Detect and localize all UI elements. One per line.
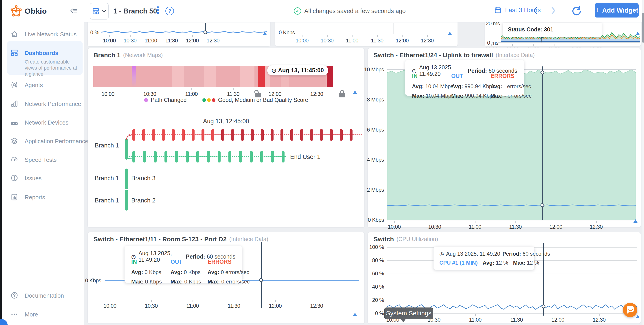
heatmap-segment[interactable] [93, 66, 132, 87]
hop-marker [212, 129, 214, 141]
resize-handle-icon[interactable] [636, 315, 640, 318]
router-icon [10, 118, 18, 126]
x-axis [296, 34, 454, 34]
sidebar-item-network-performance[interactable]: Network Performance [2, 98, 84, 110]
axis-tick-label: 10:30 [321, 38, 334, 44]
resize-handle-icon[interactable] [448, 32, 452, 35]
resize-handle-icon[interactable] [263, 32, 267, 35]
sidebar-item-issues[interactable]: Issues [2, 172, 84, 185]
axis-tick-label: 10:30 [145, 303, 158, 309]
axis-tick-label: 40 % [372, 284, 384, 290]
sidebar-item-label: Issues [25, 175, 42, 182]
heatmap-segment[interactable] [240, 66, 254, 87]
axis-tick-mark [394, 221, 395, 223]
top-header: 1 - Branch 50 ? ✓ All changes saved a fe… [84, 0, 642, 22]
hop-marker [228, 151, 231, 162]
heatmap-segment[interactable] [204, 66, 216, 87]
refresh-icon[interactable] [570, 6, 582, 17]
sidebar-item-reports[interactable]: Reports [2, 191, 84, 204]
axis-tick-label: 10:00 [104, 303, 116, 309]
sidebar-item-label: Live Network Status [25, 31, 76, 38]
hop-chain-bad[interactable] [132, 129, 352, 141]
y-axis-label: 0 % [88, 30, 99, 36]
range-forward-icon[interactable] [550, 6, 556, 15]
axis-tick-label: 10:00 [296, 38, 308, 44]
heatmap-segment[interactable] [184, 66, 204, 87]
axis-tick-label: 11:00 [346, 38, 358, 44]
brand-name[interactable]: Obkio [25, 7, 47, 16]
axis-tick-label: 80 % [372, 257, 384, 264]
heatmap-segment[interactable] [172, 66, 184, 87]
sidebar-item-dashboards[interactable]: Dashboards [2, 47, 84, 60]
sidebar-item-agents[interactable]: Agents [2, 79, 84, 92]
axis-tick-label: 11:30 [228, 303, 240, 309]
collapse-sidebar-icon[interactable] [70, 8, 78, 14]
range-back-icon[interactable] [532, 6, 538, 15]
dashboard-help-icon[interactable]: ? [166, 7, 174, 15]
x-axis [99, 34, 266, 34]
mini-percent-chart[interactable] [101, 30, 267, 34]
agent-node[interactable] [125, 190, 128, 210]
sidebar-item-network-devices[interactable]: Network Devices [2, 116, 84, 129]
heatmap-segment[interactable] [132, 66, 136, 87]
agent-node[interactable] [125, 168, 128, 189]
axis-tick-label: 11:00 [469, 317, 482, 323]
widget-card-network-map: Branch 1 (Network Maps) 10:0010:3011:001… [88, 48, 365, 228]
axis-tick-mark [434, 314, 434, 316]
hop-chain-good[interactable] [132, 151, 284, 162]
axis-tick-mark [108, 88, 108, 90]
sidebar-item-speed-tests[interactable]: Speed Tests [2, 154, 84, 166]
sidebar-item-more[interactable]: More [2, 308, 84, 321]
resize-handle-icon[interactable] [353, 90, 357, 94]
crosshair-line [542, 66, 543, 220]
hop-marker [260, 151, 263, 162]
axis-tick-mark [516, 314, 517, 316]
axis-tick-label: 10:00 [102, 91, 114, 97]
lock-icon[interactable] [339, 93, 345, 98]
obkio-logo-icon[interactable] [10, 5, 22, 18]
hop-marker [152, 129, 155, 141]
sidebar-item-application-performance[interactable]: Application Performance [2, 135, 84, 148]
path-changed-dot-icon [144, 98, 148, 102]
resize-handle-icon[interactable] [636, 32, 640, 35]
widget-title: Switch - Ethernet1/11 - Room S-123 - Por… [94, 236, 227, 243]
axis-tick-label: 10:30 [143, 91, 156, 97]
chevron-down-icon [102, 10, 106, 13]
y-axis-ticks: 100 %80 %60 %40 %20 %0 % [368, 247, 384, 313]
map-target-label: Branch 3 [131, 175, 156, 182]
axis-tick-mark [233, 88, 234, 90]
heatmap-segment[interactable] [216, 66, 240, 87]
add-widget-button[interactable]: + Add Widget [595, 3, 638, 18]
hop-marker [239, 151, 242, 162]
resize-handle-icon[interactable] [353, 313, 357, 316]
hop-marker [192, 129, 194, 141]
axis-tick-mark [596, 44, 596, 46]
crosshair-marker [542, 304, 546, 308]
dashboard-menu-icon[interactable] [157, 6, 159, 15]
heatmap-segment[interactable] [254, 66, 258, 87]
chat-launcher-button[interactable] [623, 303, 637, 317]
hop-marker [142, 129, 145, 141]
widget-title: Switch - Ethernet1/24 - Uplink to firewa… [374, 52, 493, 59]
tooltip-col-out: OUT Avg: 0 Kbps Max: 0 Kbps [170, 258, 206, 288]
dashboard-layout-button[interactable] [90, 3, 108, 20]
sidebar-item-live-network-status[interactable]: Live Network Status [2, 28, 84, 41]
axis-tick-mark [377, 35, 378, 37]
axis-tick-label: 8 Mbps [367, 96, 384, 103]
heatmap-segment[interactable] [258, 66, 265, 87]
bar-chart-icon [10, 100, 18, 108]
axis-tick-mark [475, 221, 476, 223]
hop-marker [164, 151, 168, 162]
resize-handle-icon[interactable] [634, 219, 638, 223]
axis-tick-label: 12:30 [421, 38, 434, 44]
heatmap-segment[interactable] [333, 66, 359, 87]
axis-tick-mark [275, 300, 276, 302]
heatmap-segment[interactable] [136, 66, 172, 87]
lock-icon[interactable] [255, 93, 261, 98]
axis-tick-label: 10 Mbps [364, 66, 384, 73]
scrollbar-track[interactable] [642, 0, 644, 325]
scrollbar-thumb[interactable] [642, 13, 644, 43]
hop-marker [221, 129, 224, 141]
hop-marker [282, 151, 284, 162]
sidebar-item-documentation[interactable]: Documentation [2, 290, 84, 302]
